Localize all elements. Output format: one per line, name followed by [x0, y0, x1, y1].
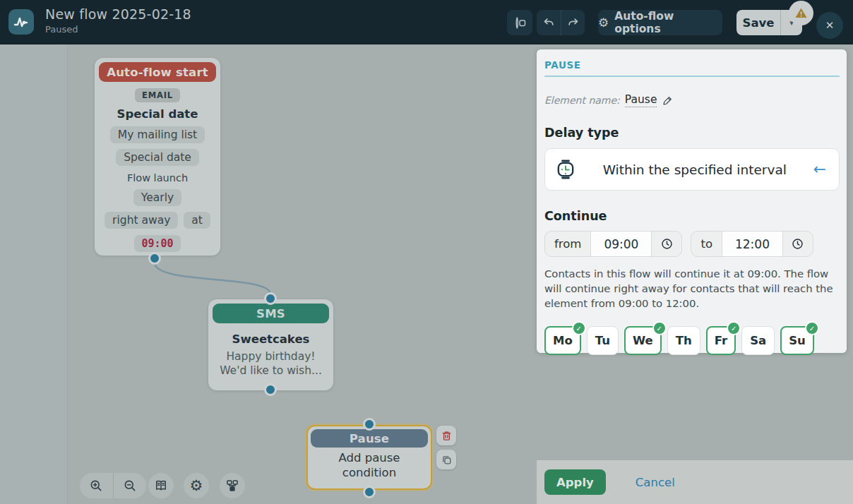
sms-preview-line1: Happy birthday!: [220, 349, 322, 364]
check-icon: ✓: [652, 321, 667, 335]
pause-input-port[interactable]: [363, 418, 376, 431]
top-header: New flow 2025-02-18 Paused ⚙ Auto-flow o…: [0, 0, 853, 44]
copy-flow-button[interactable]: [507, 10, 532, 35]
close-button[interactable]: ✕: [816, 12, 843, 39]
clock-icon: [660, 237, 674, 251]
edit-pencil-icon[interactable]: [662, 95, 674, 107]
day-toggle-fr[interactable]: Fr✓: [706, 326, 736, 355]
close-icon: ✕: [825, 19, 835, 32]
zoom-out-icon: [123, 479, 137, 493]
delay-type-selector[interactable]: Within the specified interval ←: [544, 148, 840, 191]
sms-input-port[interactable]: [264, 292, 277, 305]
duplicate-node-button[interactable]: [436, 450, 456, 469]
from-label: from: [545, 232, 590, 256]
sms-title: Sweetcakes: [232, 332, 310, 346]
to-label: to: [691, 232, 722, 256]
warning-badge: [789, 1, 813, 25]
sms-node-header: SMS: [213, 304, 329, 323]
zoom-in-button[interactable]: [80, 473, 113, 498]
check-icon: ✓: [572, 321, 586, 335]
back-arrow-icon[interactable]: ←: [813, 162, 826, 177]
start-output-port[interactable]: [148, 252, 161, 265]
app-logo: [8, 9, 34, 35]
auto-flow-options-button[interactable]: ⚙ Auto-flow options: [598, 10, 722, 35]
sms-output-port[interactable]: [264, 383, 277, 396]
to-time-input[interactable]: 12:00: [722, 232, 783, 256]
pause-output-port[interactable]: [363, 486, 376, 498]
sms-node[interactable]: SMS Sweetcakes Happy birthday! We'd like…: [208, 299, 333, 390]
flow-title: New flow 2025-02-18: [45, 6, 191, 22]
mailing-list-chip: My mailing list: [110, 126, 205, 143]
zoom-controls: [80, 473, 146, 498]
apply-button[interactable]: Apply: [544, 469, 606, 495]
cancel-link[interactable]: Cancel: [636, 476, 675, 489]
from-time-group: from 09:00: [544, 231, 682, 257]
clock-icon: [791, 237, 804, 251]
book-icon: [154, 479, 168, 493]
minimap-button[interactable]: [220, 473, 245, 498]
auto-flow-start-node[interactable]: Auto-flow start EMAIL Special date My ma…: [95, 58, 220, 256]
undo-redo-group: [537, 10, 585, 35]
frequency-chip: Yearly: [133, 189, 181, 206]
continue-heading: Continue: [544, 209, 840, 223]
check-icon: ✓: [727, 321, 741, 335]
day-label: Su: [789, 334, 806, 347]
start-node-header: Auto-flow start: [99, 62, 216, 82]
pulse-icon: [13, 13, 30, 30]
zoom-in-icon: [89, 479, 103, 493]
delete-node-button[interactable]: [436, 426, 456, 445]
timing-chip: right away: [105, 212, 178, 229]
panel-title: PAUSE: [544, 59, 840, 71]
delay-type-value: Within the specified interval: [576, 162, 813, 177]
continue-description: Contacts in this flow will continue it a…: [544, 266, 840, 311]
trash-icon: [441, 430, 453, 442]
pause-body-line2: condition: [308, 466, 431, 481]
start-time-chip: 09:00: [134, 235, 180, 252]
delay-type-heading: Delay type: [544, 126, 840, 140]
flow-status: Paused: [45, 24, 191, 35]
interval-watch-icon: [555, 159, 576, 180]
undo-button[interactable]: [537, 10, 561, 35]
panel-footer: Apply Cancel: [537, 460, 853, 504]
day-toggle-th[interactable]: Th✓: [667, 326, 700, 355]
warning-triangle-icon: [794, 6, 809, 20]
to-time-picker-button[interactable]: [783, 232, 813, 256]
day-toggle-su[interactable]: Su✓: [780, 326, 814, 355]
check-icon: ✓: [805, 321, 819, 335]
from-time-input[interactable]: 09:00: [590, 232, 652, 256]
day-label: Mo: [553, 334, 573, 347]
copy-flow-icon: [513, 16, 527, 30]
day-label: We: [633, 334, 653, 347]
save-button[interactable]: Save: [736, 10, 780, 35]
day-label: Tu: [595, 334, 610, 347]
canvas-settings-button[interactable]: ⚙: [184, 473, 209, 498]
guide-button[interactable]: [148, 473, 174, 498]
pause-node-header: Pause: [311, 429, 428, 448]
pause-body-line1: Add pause: [308, 451, 431, 466]
flow-launch-label: Flow launch: [127, 172, 188, 184]
pause-settings-panel: PAUSE Element name: Pause Delay type Wit…: [537, 49, 847, 353]
sms-preview-line2: We'd like to wish...: [220, 364, 322, 378]
day-toggle-mo[interactable]: Mo✓: [544, 326, 581, 355]
pause-node-selected[interactable]: Pause Add pause condition: [306, 425, 432, 490]
channel-badge: EMAIL: [135, 88, 180, 102]
day-toggle-tu[interactable]: Tu✓: [587, 326, 619, 355]
gear-icon: ⚙: [190, 479, 203, 493]
day-label: Fr: [715, 334, 727, 347]
undo-icon: [542, 16, 556, 30]
at-chip: at: [184, 212, 210, 229]
day-toggle-we[interactable]: We✓: [624, 326, 662, 355]
day-label: Th: [676, 334, 692, 347]
auto-flow-options-label: Auto-flow options: [614, 10, 722, 35]
element-palette: [0, 44, 68, 504]
weekday-selector: Mo✓ Tu✓ We✓ Th✓ Fr✓ Sa✓ Su✓: [544, 326, 840, 355]
day-toggle-sa[interactable]: Sa✓: [741, 326, 775, 355]
flow-map-icon: [225, 479, 239, 493]
gear-icon: ⚙: [598, 17, 609, 29]
date-field-chip: Special date: [116, 149, 199, 166]
zoom-out-button[interactable]: [113, 473, 147, 498]
panel-divider: [544, 76, 840, 77]
redo-button[interactable]: [561, 10, 585, 35]
element-name-value[interactable]: Pause: [625, 93, 657, 107]
from-time-picker-button[interactable]: [652, 232, 681, 256]
